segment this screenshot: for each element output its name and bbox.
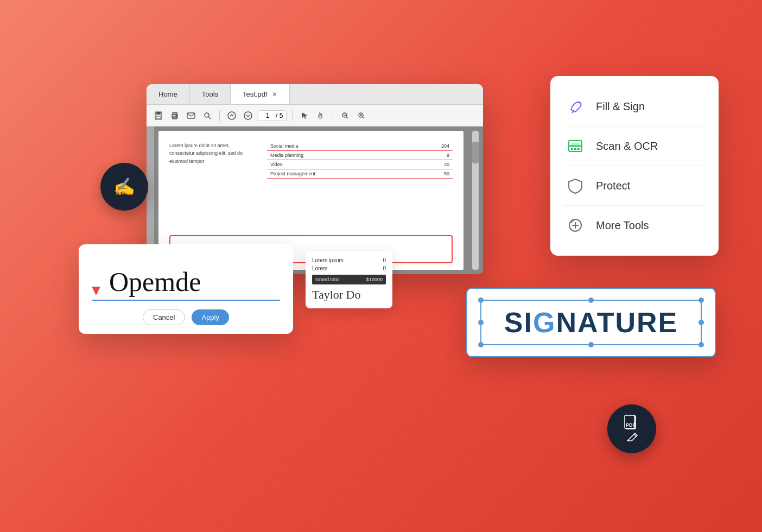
pdf-tabs: Home Tools Test.pdf ✕ bbox=[147, 84, 483, 105]
cancel-button[interactable]: Cancel bbox=[143, 309, 185, 325]
more-tools-icon bbox=[563, 213, 587, 237]
fill-sign-icon bbox=[563, 94, 587, 118]
print-icon[interactable] bbox=[168, 109, 181, 122]
toolbar-separator-2 bbox=[292, 110, 293, 121]
svg-rect-23 bbox=[571, 148, 573, 150]
zoom-out-icon[interactable] bbox=[339, 109, 352, 122]
page-nav: / 5 bbox=[258, 110, 287, 121]
signature-cursive-icon: ✍ bbox=[113, 176, 135, 197]
scroll-up-icon[interactable] bbox=[225, 109, 238, 122]
invoice-snippet: Lorem ipsum 0 Lorem 0 Grand total: $1000… bbox=[306, 251, 392, 308]
handle-tr[interactable] bbox=[698, 297, 704, 303]
protect-label: Protect bbox=[596, 180, 630, 192]
page-number-input[interactable] bbox=[262, 112, 274, 119]
svg-rect-7 bbox=[187, 113, 195, 118]
invoice-total-row: Grand total: $10000 bbox=[312, 275, 386, 284]
svg-rect-25 bbox=[577, 148, 580, 150]
svg-rect-4 bbox=[173, 112, 177, 115]
tools-menu-item-protect[interactable]: Protect bbox=[563, 166, 706, 206]
svg-line-15 bbox=[346, 117, 348, 118]
tab-tools[interactable]: Tools bbox=[190, 84, 231, 104]
tools-menu-item-scan-ocr[interactable]: Scan & OCR bbox=[563, 126, 706, 166]
table-row: Media planning 9 bbox=[267, 151, 453, 160]
scroll-down-icon[interactable] bbox=[242, 109, 255, 122]
cursor-icon[interactable] bbox=[298, 109, 311, 122]
apply-button[interactable]: Apply bbox=[192, 309, 229, 325]
handle-tm[interactable] bbox=[588, 297, 594, 303]
handle-tl[interactable] bbox=[478, 297, 484, 303]
svg-line-35 bbox=[634, 434, 636, 436]
toolbar-separator-3 bbox=[333, 110, 333, 121]
invoice-row-1: Lorem ipsum 0 bbox=[312, 257, 386, 263]
edit-icon bbox=[625, 430, 638, 443]
handle-br[interactable] bbox=[698, 342, 704, 347]
handle-bl[interactable] bbox=[478, 342, 484, 347]
table-row: Social media 204 bbox=[267, 142, 453, 151]
invoice-row-2: Lorem 0 bbox=[312, 265, 386, 271]
signature-text-inner: SIGNATURE bbox=[480, 300, 702, 345]
tab-home[interactable]: Home bbox=[147, 84, 190, 104]
svg-line-19 bbox=[363, 117, 364, 118]
handle-bm[interactable] bbox=[588, 342, 594, 347]
tools-menu-item-fill-sign[interactable]: Fill & Sign bbox=[563, 87, 706, 126]
fill-sign-badge: ✍ bbox=[100, 163, 148, 211]
toolbar-separator bbox=[219, 110, 220, 121]
svg-text:PDF: PDF bbox=[626, 422, 636, 428]
svg-point-10 bbox=[228, 112, 236, 119]
svg-rect-2 bbox=[156, 116, 161, 119]
more-tools-label: More Tools bbox=[596, 219, 649, 232]
pdf-edit-badge: PDF bbox=[607, 404, 656, 453]
handle-mr[interactable] bbox=[698, 320, 704, 325]
protect-icon bbox=[563, 174, 587, 198]
svg-point-11 bbox=[244, 112, 252, 119]
tools-menu-card: Fill & Sign Scan & OCR Protect bbox=[550, 76, 719, 256]
signature-dialog: Opemde Cancel Apply bbox=[79, 244, 293, 334]
signature-buttons: Cancel Apply bbox=[92, 309, 280, 325]
svg-point-8 bbox=[205, 113, 209, 117]
tab-test-pdf[interactable]: Test.pdf ✕ bbox=[231, 84, 290, 104]
zoom-in-icon[interactable] bbox=[355, 109, 368, 122]
fill-sign-label: Fill & Sign bbox=[596, 100, 645, 113]
table-row: Project management 50 bbox=[267, 169, 453, 179]
pdf-scrollbar-thumb[interactable] bbox=[472, 142, 479, 163]
svg-rect-24 bbox=[574, 148, 576, 150]
sig-red-marker bbox=[92, 287, 100, 295]
signature-cursive-text: Opemde bbox=[109, 268, 201, 295]
svg-rect-1 bbox=[156, 112, 161, 115]
signature-text: SIGNATURE bbox=[490, 306, 692, 339]
search-icon[interactable] bbox=[201, 109, 214, 122]
save-icon[interactable] bbox=[152, 109, 165, 122]
hand-icon[interactable] bbox=[314, 109, 327, 122]
handle-ml[interactable] bbox=[478, 320, 484, 325]
email-icon[interactable] bbox=[185, 109, 198, 122]
table-row: Video 20 bbox=[267, 160, 453, 169]
pdf-data-table: Social media 204 Media planning 9 Video … bbox=[267, 142, 453, 179]
scan-ocr-label: Scan & OCR bbox=[596, 140, 658, 153]
scan-ocr-icon bbox=[563, 134, 587, 158]
signature-area: Opemde bbox=[92, 257, 280, 301]
svg-point-6 bbox=[176, 115, 177, 116]
pdf-scrollbar[interactable] bbox=[472, 131, 479, 270]
signature-text-card: SIGNATURE bbox=[466, 288, 716, 357]
close-tab-icon[interactable]: ✕ bbox=[272, 91, 277, 98]
tools-menu-item-more-tools[interactable]: More Tools bbox=[563, 206, 706, 245]
svg-marker-12 bbox=[302, 112, 308, 119]
svg-line-9 bbox=[209, 117, 211, 119]
pdf-toolbar: / 5 bbox=[147, 105, 483, 126]
invoice-signature: Taylor Do bbox=[312, 288, 386, 302]
